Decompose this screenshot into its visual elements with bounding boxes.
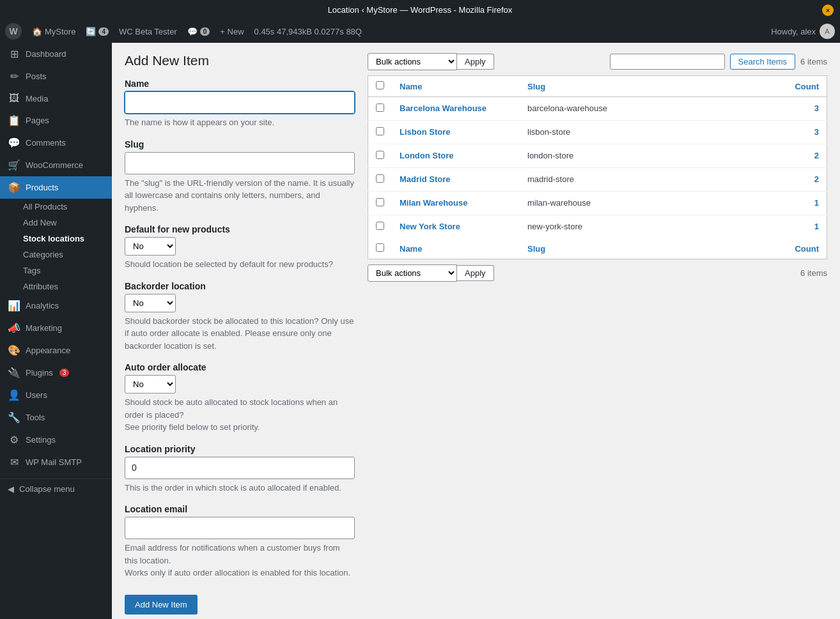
sidebar-item-dashboard[interactable]: ⊞ Dashboard	[0, 43, 112, 65]
collapse-icon: ◀	[8, 484, 14, 494]
search-button[interactable]: Search Items	[730, 54, 796, 70]
site-name[interactable]: 🏠 MyStore	[32, 27, 75, 36]
email-group: Location email Email address for notific…	[125, 504, 355, 579]
location-count-newyork[interactable]: 1	[814, 222, 819, 231]
add-new-button[interactable]: Add New Item	[125, 595, 198, 615]
location-count-barcelona[interactable]: 3	[814, 103, 819, 113]
backorder-select[interactable]: No Yes	[125, 294, 176, 312]
location-slug-milan: milan-warehouse	[520, 192, 648, 215]
email-label: Location email	[125, 504, 355, 514]
bottom-items-count: 6 items	[800, 268, 827, 278]
location-name-milan[interactable]: Milan Warehouse	[400, 198, 467, 208]
perf-stats: 0.45s 47,943kB 0.0277s 88Q	[254, 27, 362, 36]
auto-order-label: Auto order allocate	[125, 362, 355, 372]
row-checkbox-madrid[interactable]	[376, 174, 384, 183]
update-count[interactable]: 🔄 4	[86, 27, 109, 36]
wp-logo[interactable]: W	[5, 23, 22, 40]
sidebar-item-settings[interactable]: ⚙ Settings	[0, 429, 112, 451]
submenu-categories[interactable]: Categories	[23, 247, 112, 263]
row-checkbox-lisbon[interactable]	[376, 127, 384, 135]
top-bulk-select[interactable]: Bulk actions	[368, 53, 457, 70]
top-apply-button[interactable]: Apply	[457, 54, 494, 70]
priority-input[interactable]	[125, 457, 355, 479]
comments-icon: 💬	[8, 137, 20, 149]
submenu-add-new[interactable]: Add New	[23, 215, 112, 231]
header-slug[interactable]: Slug	[520, 76, 648, 97]
submenu-stock-locations[interactable]: Stock locations	[23, 231, 112, 247]
footer-slug[interactable]: Slug	[520, 238, 648, 259]
table-header-row: Name Slug Count	[368, 76, 827, 97]
location-name-madrid[interactable]: Madrid Store	[400, 174, 450, 184]
sidebar-item-tools[interactable]: 🔧 Tools	[0, 406, 112, 429]
row-checkbox-barcelona[interactable]	[376, 103, 384, 112]
location-name-london[interactable]: London Store	[400, 151, 454, 160]
footer-name[interactable]: Name	[392, 238, 520, 259]
media-icon: 🖼	[8, 93, 20, 104]
sidebar-item-comments[interactable]: 💬 Comments	[0, 132, 112, 154]
row-checkbox-milan[interactable]	[376, 198, 384, 206]
default-label: Default for new products	[125, 224, 355, 234]
add-new-form: Add New Item Name The name is how it app…	[125, 53, 368, 615]
wc-beta-tester[interactable]: WC Beta Tester	[119, 27, 177, 36]
top-items-count: 6 items	[800, 57, 827, 66]
priority-help: This is the order in which stock is auto…	[125, 482, 355, 494]
submenu-attributes[interactable]: Attributes	[23, 279, 112, 294]
location-name-newyork[interactable]: New York Store	[400, 222, 460, 231]
location-slug-newyork: new-york-store	[520, 215, 648, 239]
users-icon: 👤	[8, 389, 20, 401]
sidebar-item-media[interactable]: 🖼 Media	[0, 88, 112, 109]
sidebar-item-appearance[interactable]: 🎨 Appearance	[0, 339, 112, 362]
slug-input[interactable]	[125, 152, 355, 174]
user-menu[interactable]: Howdy, alex A	[771, 24, 835, 39]
backorder-label: Backorder location	[125, 281, 355, 291]
comments-link[interactable]: 💬 0	[187, 27, 210, 36]
collapse-menu[interactable]: ◀ Collapse menu	[0, 478, 112, 499]
close-button[interactable]: ×	[822, 4, 834, 16]
plugins-badge: 3	[59, 369, 70, 377]
name-label: Name	[125, 79, 355, 89]
name-input[interactable]	[125, 91, 355, 114]
sidebar-item-plugins[interactable]: 🔌 Plugins 3	[0, 362, 112, 384]
sidebar-item-posts[interactable]: ✏ Posts	[0, 65, 112, 88]
table-area: Bulk actions Apply Search Items 6 items	[368, 53, 827, 615]
row-checkbox-london[interactable]	[376, 151, 384, 159]
email-input[interactable]	[125, 517, 355, 539]
bottom-bulk-select[interactable]: Bulk actions	[368, 264, 457, 282]
sidebar-item-wpmailsmtp[interactable]: ✉ WP Mail SMTP	[0, 451, 112, 473]
select-all-footer-checkbox[interactable]	[376, 243, 384, 252]
slug-help: The "slug" is the URL-friendly version o…	[125, 177, 355, 215]
location-count-london[interactable]: 2	[814, 151, 819, 160]
header-name[interactable]: Name	[392, 76, 520, 97]
sidebar-item-pages[interactable]: 📋 Pages	[0, 109, 112, 132]
location-name-lisbon[interactable]: Lisbon Store	[400, 127, 450, 137]
sidebar-item-woocommerce[interactable]: 🛒 WooCommerce	[0, 154, 112, 176]
sidebar-item-marketing[interactable]: 📣 Marketing	[0, 317, 112, 339]
marketing-icon: 📣	[8, 322, 20, 334]
submenu-tags[interactable]: Tags	[23, 263, 112, 279]
footer-count[interactable]: Count	[648, 238, 827, 259]
location-count-madrid[interactable]: 2	[814, 174, 819, 184]
admin-bar: W 🏠 MyStore 🔄 4 WC Beta Tester 💬 0 + New…	[0, 20, 840, 43]
auto-order-select[interactable]: No Yes	[125, 375, 176, 394]
submenu-all-products[interactable]: All Products	[23, 199, 112, 215]
sidebar-item-users[interactable]: 👤 Users	[0, 384, 112, 406]
table-row: Milan Warehouse milan-warehouse 1	[368, 192, 827, 215]
sidebar-item-analytics[interactable]: 📊 Analytics	[0, 294, 112, 317]
priority-group: Location priority This is the order in w…	[125, 444, 355, 494]
bottom-apply-button[interactable]: Apply	[457, 265, 494, 281]
posts-icon: ✏	[8, 70, 20, 82]
table-row: Lisbon Store lisbon-store 3	[368, 121, 827, 144]
email-help: Email address for notifications when a c…	[125, 542, 355, 579]
sidebar-item-products[interactable]: 📦 Products	[0, 176, 112, 199]
location-name-barcelona[interactable]: Barcelona Warehouse	[400, 103, 486, 113]
main-layout: ⊞ Dashboard ✏ Posts 🖼 Media 📋 Pages 💬 Co…	[0, 43, 840, 619]
search-input[interactable]	[610, 54, 725, 70]
select-all-checkbox[interactable]	[376, 81, 384, 89]
location-count-lisbon[interactable]: 3	[814, 127, 819, 137]
content-area: Add New Item Name The name is how it app…	[112, 43, 840, 619]
header-count[interactable]: Count	[648, 76, 827, 97]
location-count-milan[interactable]: 1	[814, 198, 819, 208]
default-select[interactable]: No Yes	[125, 237, 176, 256]
new-content[interactable]: + New	[220, 27, 244, 36]
row-checkbox-newyork[interactable]	[376, 222, 384, 230]
